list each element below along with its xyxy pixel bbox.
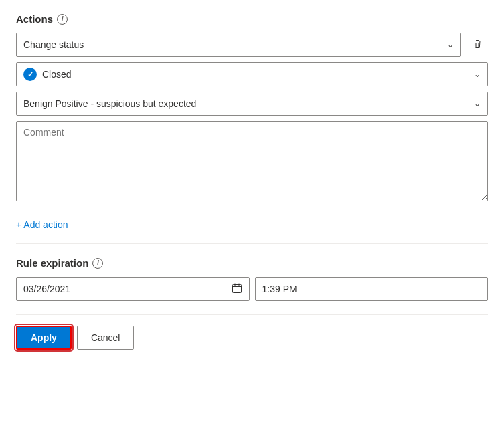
- closed-status-label: Closed: [42, 69, 72, 80]
- actions-info-icon[interactable]: i: [57, 14, 68, 25]
- change-status-chevron-icon: ⌄: [447, 40, 454, 49]
- actions-title: Actions i: [16, 13, 488, 25]
- rule-expiration-section: Rule expiration i: [16, 257, 488, 301]
- apply-button-wrapper: Apply: [16, 326, 72, 350]
- rule-expiration-title-text: Rule expiration: [16, 257, 88, 269]
- bottom-divider: [16, 314, 488, 315]
- actions-title-text: Actions: [16, 13, 53, 25]
- closed-status-dropdown[interactable]: ✓ Closed ⌄: [16, 62, 488, 86]
- change-status-row: Change status ⌄: [16, 33, 488, 57]
- time-input[interactable]: [262, 284, 481, 294]
- delete-action-button[interactable]: [467, 34, 488, 56]
- date-time-row: [16, 277, 488, 301]
- section-divider: [16, 243, 488, 244]
- change-status-dropdown[interactable]: Change status ⌄: [16, 33, 461, 57]
- date-input-wrapper: [16, 277, 250, 301]
- change-status-label: Change status: [23, 39, 84, 50]
- date-input[interactable]: [23, 284, 232, 294]
- apply-button[interactable]: Apply: [16, 326, 72, 350]
- add-action-button[interactable]: + Add action: [16, 219, 68, 230]
- comment-textarea[interactable]: [16, 121, 488, 201]
- closed-check-circle: ✓: [23, 68, 37, 81]
- calendar-icon[interactable]: [232, 283, 242, 296]
- check-icon: ✓: [27, 70, 33, 79]
- rule-expiration-info-icon[interactable]: i: [92, 258, 103, 269]
- rule-expiration-title: Rule expiration i: [16, 257, 488, 269]
- svg-rect-0: [232, 284, 241, 292]
- classification-dropdown[interactable]: Benign Positive - suspicious but expecte…: [16, 92, 488, 116]
- classification-label: Benign Positive - suspicious but expecte…: [23, 98, 196, 109]
- time-input-wrapper: [255, 277, 489, 301]
- add-action-label: + Add action: [16, 219, 68, 230]
- actions-section: Actions i Change status ⌄ ✓ Closed ⌄ Ben…: [16, 13, 488, 209]
- classification-chevron-icon: ⌄: [474, 99, 481, 108]
- cancel-button[interactable]: Cancel: [77, 326, 135, 350]
- actions-bar: Apply Cancel: [16, 326, 488, 350]
- closed-status-chevron-icon: ⌄: [474, 70, 481, 79]
- trash-icon: [472, 39, 483, 50]
